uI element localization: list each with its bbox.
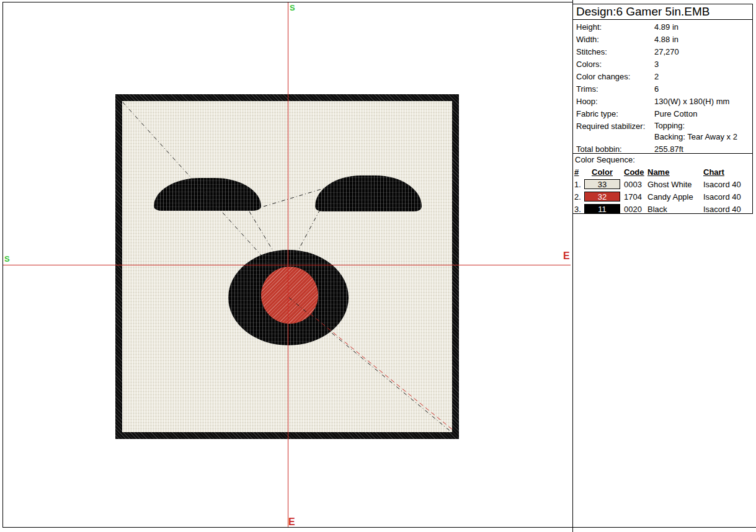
color-sequence-box: Color Sequence: # Color Code Name Chart … bbox=[572, 153, 753, 214]
info-value: 130(W) x 180(H) mm bbox=[654, 95, 752, 108]
info-label: Trims: bbox=[573, 83, 654, 95]
info-label: Colors: bbox=[573, 58, 654, 71]
info-row-stabilizer: Required stabilizer: Topping: Backing: T… bbox=[573, 120, 752, 143]
color-sequence-header-row: # Color Code Name Chart bbox=[573, 166, 752, 178]
info-label: Hoop: bbox=[573, 95, 654, 108]
info-panel: Design:6 Gamer 5in.EMB Height: 4.89 in W… bbox=[572, 4, 753, 214]
info-value: 255.87ft bbox=[654, 143, 752, 156]
thread-code: 0020 bbox=[624, 205, 647, 214]
design-canvas[interactable]: S S E E bbox=[3, 2, 572, 527]
row-number: 3. bbox=[573, 205, 584, 214]
info-row-height: Height: 4.89 in bbox=[573, 21, 752, 33]
info-row-width: Width: 4.88 in bbox=[573, 33, 752, 46]
column-header-code: Code bbox=[624, 167, 647, 177]
info-label: Width: bbox=[573, 33, 654, 46]
color-sequence-row-2: 2. 32 1704 Candy Apple Isacord 40 bbox=[573, 190, 752, 203]
info-value: 3 bbox=[654, 58, 752, 71]
thread-name: Candy Apple bbox=[647, 192, 703, 202]
thread-color-swatch: 11 bbox=[584, 204, 620, 214]
info-row-trims: Trims: 6 bbox=[573, 83, 752, 95]
travel-line-nose-to-corner bbox=[289, 298, 451, 432]
column-header-num: # bbox=[573, 167, 584, 177]
thread-swatch-cell: 32 bbox=[584, 192, 620, 202]
travel-line-lefteye-to-nose bbox=[249, 211, 280, 263]
info-value: Topping: Backing: Tear Away x 2 bbox=[654, 120, 752, 143]
end-marker-bottom: E bbox=[288, 516, 295, 528]
info-label: Stitches: bbox=[573, 46, 654, 58]
column-header-name: Name bbox=[647, 167, 703, 177]
info-value: Pure Cotton bbox=[654, 108, 752, 120]
travel-line-between-eyes bbox=[264, 186, 332, 206]
thread-chart: Isacord 40 bbox=[703, 192, 752, 202]
start-marker-left: S bbox=[4, 254, 10, 264]
window-border-bottom bbox=[2, 527, 756, 528]
info-row-fabric-type: Fabric type: Pure Cotton bbox=[573, 108, 752, 120]
info-label: Required stabilizer: bbox=[573, 120, 654, 143]
stabilizer-backing: Backing: Tear Away x 2 bbox=[654, 131, 752, 143]
design-title-box: Design:6 Gamer 5in.EMB bbox=[572, 4, 753, 20]
design-info-box: Height: 4.89 in Width: 4.88 in Stitches:… bbox=[572, 19, 753, 154]
end-marker-right: E bbox=[563, 250, 570, 262]
info-value: 4.89 in bbox=[654, 21, 752, 33]
thread-code: 0003 bbox=[624, 180, 647, 189]
travel-line-corner-to-nose bbox=[123, 102, 270, 265]
design-title: Design:6 Gamer 5in.EMB bbox=[576, 5, 752, 19]
stabilizer-topping: Topping: bbox=[654, 120, 752, 131]
info-value: 6 bbox=[654, 83, 752, 95]
thread-code: 1704 bbox=[624, 192, 647, 202]
thread-chart: Isacord 40 bbox=[703, 180, 752, 189]
info-label: Fabric type: bbox=[573, 108, 654, 120]
thread-name: Black bbox=[647, 205, 703, 214]
row-number: 2. bbox=[573, 192, 584, 202]
info-row-hoop: Hoop: 130(W) x 180(H) mm bbox=[573, 95, 752, 108]
info-row-colors: Colors: 3 bbox=[573, 58, 752, 71]
row-number: 1. bbox=[573, 180, 584, 189]
thread-chart: Isacord 40 bbox=[703, 205, 752, 214]
red-travel-line-nose-to-corner bbox=[310, 314, 453, 430]
info-value: 2 bbox=[654, 71, 752, 83]
thread-name: Ghost White bbox=[647, 180, 703, 189]
color-sequence-row-1: 1. 33 0003 Ghost White Isacord 40 bbox=[573, 178, 752, 190]
thread-color-swatch: 32 bbox=[584, 192, 620, 202]
info-label: Color changes: bbox=[573, 71, 654, 83]
thread-color-swatch: 33 bbox=[584, 179, 620, 189]
column-header-color: Color bbox=[584, 167, 620, 177]
info-value: 4.88 in bbox=[654, 33, 752, 46]
travel-line-righteye-to-nose bbox=[291, 210, 320, 263]
thread-swatch-cell: 33 bbox=[584, 179, 620, 189]
column-header-chart: Chart bbox=[703, 167, 752, 177]
info-label: Height: bbox=[573, 21, 654, 33]
info-row-color-changes: Color changes: 2 bbox=[573, 71, 752, 83]
thread-swatch-cell: 11 bbox=[584, 204, 620, 214]
info-value: 27,270 bbox=[654, 46, 752, 58]
start-marker-top: S bbox=[290, 3, 295, 12]
info-row-stitches: Stitches: 27,270 bbox=[573, 46, 752, 58]
crosshair-horizontal-line bbox=[3, 265, 571, 265]
color-sequence-row-3: 3. 11 0020 Black Isacord 40 bbox=[573, 203, 752, 215]
